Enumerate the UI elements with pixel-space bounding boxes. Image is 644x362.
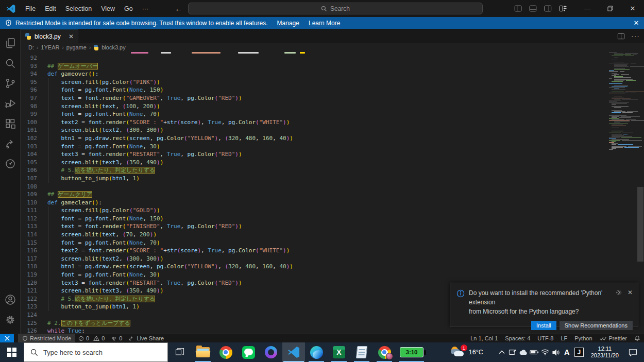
close-window-button[interactable]: ✕ (621, 0, 644, 17)
menu-selection[interactable]: Selection (61, 3, 96, 14)
eol-status[interactable]: LF (557, 334, 571, 343)
tablet-mode-tray[interactable] (507, 349, 518, 356)
taskbar-search-box[interactable]: Type here to search (24, 342, 168, 362)
code-line[interactable]: 94def gameover(): (21, 70, 644, 78)
code-line[interactable]: 110def gameclear(): (21, 199, 644, 207)
extensions-icon[interactable] (0, 113, 21, 133)
code-line[interactable]: 97 text = font.render("GAMEOVER", True, … (21, 94, 644, 102)
code-line[interactable]: 108 (21, 183, 644, 191)
code-line[interactable]: 98 screen.blit(text, (100, 200)) (21, 102, 644, 111)
banner-close-icon[interactable]: ✕ (629, 19, 644, 27)
remote-indicator[interactable] (0, 334, 14, 343)
settings-gear-icon[interactable] (0, 309, 21, 330)
live-share-icon[interactable] (0, 133, 21, 153)
breadcrumb-pygame[interactable]: pygame (66, 44, 87, 50)
minimap[interactable] (609, 53, 636, 150)
split-editor-icon[interactable] (617, 32, 625, 40)
microsoft-office-button[interactable] (260, 342, 282, 362)
code-line[interactable]: 100 text2 = font.render("SCORE : "+str(s… (21, 118, 644, 127)
code-line[interactable]: 114 screen.blit(text, (70, 200)) (21, 231, 644, 239)
banner-manage-link[interactable]: Manage (277, 20, 299, 27)
menu-go[interactable]: Go (120, 3, 138, 14)
toggle-secondary-sidebar-icon[interactable] (544, 5, 552, 12)
menu-more[interactable]: ··· (138, 3, 154, 14)
cursor-position-status[interactable]: Ln 1, Col 1 (467, 334, 501, 343)
code-line[interactable]: 106 # 5.絵を描いたり、判定したりする (21, 166, 644, 175)
line-app-button[interactable] (237, 342, 260, 362)
breadcrumb[interactable]: D:› 1YEAR› pygame› block3.py (21, 43, 644, 51)
encoding-status[interactable]: UTF-8 (534, 334, 557, 343)
file-explorer-button[interactable] (192, 342, 214, 362)
accounts-icon[interactable] (0, 289, 21, 309)
tab-block3-py[interactable]: block3.py ✕ (21, 29, 78, 43)
source-control-icon[interactable] (0, 73, 21, 93)
broadcast-status[interactable]: 0 (108, 334, 125, 343)
code-line[interactable]: 109## ゲームクリア (21, 191, 644, 199)
code-line[interactable]: 103 font = pg.font.Font(None, 30) (21, 143, 644, 151)
code-line[interactable]: 101 screen.blit(text2, (300, 300)) (21, 126, 644, 134)
code-line[interactable]: 105 screen.blit(text3, (350, 490)) (21, 159, 644, 167)
search-sidebar-icon[interactable] (0, 53, 21, 73)
volume-tray[interactable] (551, 349, 562, 356)
code-line[interactable]: 111 screen.fill(pg.Color("GOLD")) (21, 206, 644, 215)
tab-close-icon[interactable]: ✕ (69, 33, 74, 40)
menu-edit[interactable]: Edit (40, 3, 61, 14)
toggle-panel-icon[interactable] (529, 5, 537, 12)
battery-time-widget[interactable]: 3:10 (396, 342, 428, 362)
menu-view[interactable]: View (96, 3, 120, 14)
code-line[interactable]: 102 btn1 = pg.draw.rect(screen, pg.Color… (21, 134, 644, 143)
notepad-button[interactable] (350, 342, 373, 362)
code-line[interactable]: 107 button_to_jump(btn1, 1) (21, 175, 644, 183)
breadcrumb-drive[interactable]: D: (28, 44, 34, 50)
indentation-status[interactable]: Spaces: 4 (501, 334, 534, 343)
code-line[interactable]: 115 font = pg.font.Font(None, 70) (21, 239, 644, 247)
clock-widget[interactable]: 12:11 2023/11/20 (586, 346, 624, 359)
show-recommendations-button[interactable]: Show Recommendations (560, 321, 633, 330)
live-share-status[interactable]: Live Share (125, 334, 167, 343)
breadcrumb-file[interactable]: block3.py (101, 44, 125, 50)
nav-back-icon[interactable]: ← (175, 4, 182, 13)
code-line[interactable]: 93## ゲームオーバー (21, 62, 644, 71)
code-line[interactable]: 104 text3 = font.render("RESTART", True,… (21, 150, 644, 159)
weather-widget[interactable]: 1 16°C (451, 347, 483, 358)
excel-button[interactable]: X (328, 342, 350, 362)
menu-file[interactable]: File (21, 3, 40, 14)
tray-overflow-chevron[interactable] (497, 350, 507, 354)
breadcrumb-1year[interactable]: 1YEAR (41, 44, 59, 50)
ime-tool-indicator[interactable]: J (572, 348, 586, 357)
toggle-sidebar-icon[interactable] (514, 5, 522, 12)
explorer-icon[interactable] (0, 33, 21, 53)
task-view-button[interactable] (168, 342, 192, 362)
run-debug-icon[interactable] (0, 93, 21, 113)
code-editor[interactable]: 9293## ゲームオーバー94def gameover():95 screen… (21, 51, 644, 334)
minimize-button[interactable]: — (576, 0, 599, 17)
chrome-button[interactable] (214, 342, 237, 362)
code-line[interactable]: 99 font = pg.font.Font(None, 70) (21, 110, 644, 118)
language-mode-status[interactable]: Python (571, 334, 596, 343)
code-line[interactable]: 117 screen.blit(text2, (300, 300)) (21, 255, 644, 263)
formatter-status[interactable]: Prettier (596, 334, 631, 343)
restore-button[interactable] (599, 0, 621, 17)
code-line[interactable]: 92 (21, 54, 644, 62)
code-line[interactable]: 118 btn1 = pg.draw.rect(screen, pg.Color… (21, 263, 644, 271)
wifi-tray[interactable] (540, 349, 551, 355)
code-line[interactable]: 96 font = pg.font.Font(None, 150) (21, 86, 644, 94)
editor-more-actions-icon[interactable]: ··· (631, 32, 640, 40)
start-button[interactable] (0, 342, 24, 362)
onedrive-tray[interactable] (518, 349, 529, 355)
code-line[interactable]: 113 text = font.render("FINISHED", True,… (21, 222, 644, 231)
problems-status[interactable]: 0 0 (75, 334, 108, 343)
code-line[interactable]: 95 screen.fill(pg.Color("PINK")) (21, 78, 644, 87)
edge-button[interactable] (305, 342, 328, 362)
vscode-taskbar-button[interactable] (282, 342, 305, 362)
command-search-box[interactable]: Search (188, 3, 483, 14)
restricted-mode-status[interactable]: Restricted Mode (18, 334, 75, 343)
notifications-bell[interactable] (631, 334, 644, 343)
notification-close-icon[interactable]: ✕ (628, 289, 633, 296)
code-line[interactable]: 119 font = pg.font.Font(None, 30) (21, 271, 644, 279)
code-line[interactable]: 112 font = pg.font.Font(None, 150) (21, 215, 644, 223)
customize-layout-icon[interactable] (559, 5, 567, 12)
timeline-clock-icon[interactable] (0, 153, 21, 174)
battery-tray[interactable] (529, 350, 540, 355)
vertical-scrollbar[interactable] (637, 187, 643, 262)
